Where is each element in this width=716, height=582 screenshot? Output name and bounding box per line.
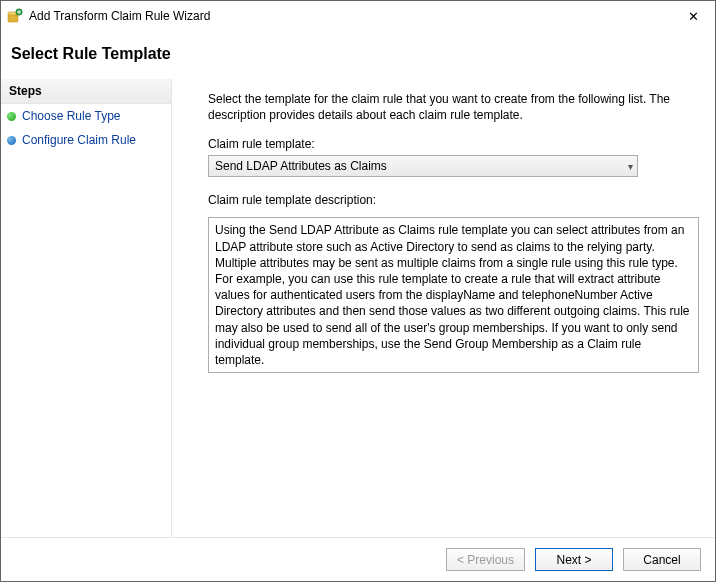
step-bullet-icon — [7, 112, 16, 121]
previous-button: < Previous — [446, 548, 525, 571]
wizard-window: Add Transform Claim Rule Wizard ✕ Select… — [0, 0, 716, 582]
step-label: Choose Rule Type — [22, 109, 121, 123]
step-bullet-icon — [7, 136, 16, 145]
template-label: Claim rule template: — [208, 137, 699, 151]
wizard-body: Steps Choose Rule Type Configure Claim R… — [1, 79, 715, 537]
app-icon — [7, 8, 23, 24]
window-title: Add Transform Claim Rule Wizard — [29, 9, 673, 23]
wizard-header: Select Rule Template — [1, 31, 715, 79]
step-choose-rule-type[interactable]: Choose Rule Type — [1, 104, 171, 128]
cancel-button[interactable]: Cancel — [623, 548, 701, 571]
intro-text: Select the template for the claim rule t… — [208, 91, 699, 123]
steps-heading: Steps — [1, 79, 171, 104]
close-button[interactable]: ✕ — [673, 2, 713, 30]
steps-sidebar: Steps Choose Rule Type Configure Claim R… — [1, 79, 172, 537]
main-panel: Select the template for the claim rule t… — [172, 79, 715, 537]
step-configure-claim-rule[interactable]: Configure Claim Rule — [1, 128, 171, 152]
next-button[interactable]: Next > — [535, 548, 613, 571]
template-description: Using the Send LDAP Attribute as Claims … — [208, 217, 699, 373]
step-label: Configure Claim Rule — [22, 133, 136, 147]
description-label: Claim rule template description: — [208, 193, 699, 207]
title-bar: Add Transform Claim Rule Wizard ✕ — [1, 1, 715, 31]
close-icon: ✕ — [688, 9, 699, 24]
page-title: Select Rule Template — [11, 45, 705, 63]
select-value: Send LDAP Attributes as Claims — [215, 159, 387, 173]
wizard-footer: < Previous Next > Cancel — [1, 537, 715, 581]
claim-rule-template-select[interactable]: Send LDAP Attributes as Claims ▾ — [208, 155, 638, 177]
chevron-down-icon: ▾ — [628, 161, 633, 172]
